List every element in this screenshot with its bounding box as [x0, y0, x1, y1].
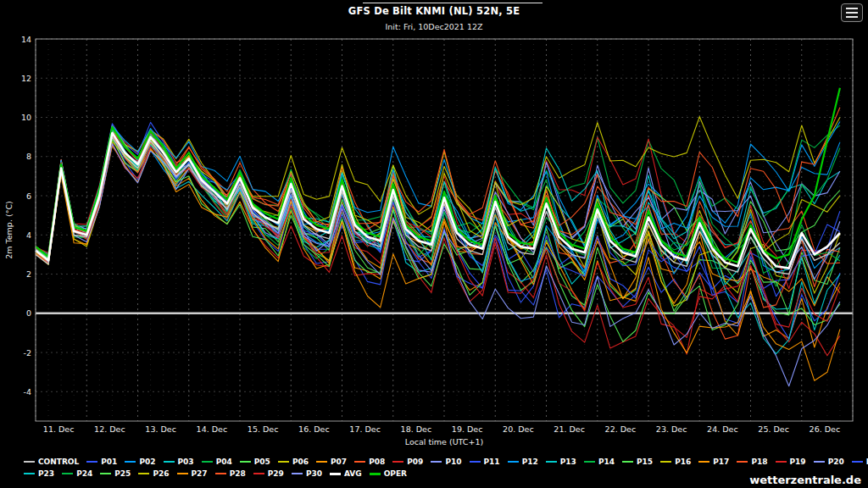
legend-color-swatch [86, 461, 97, 463]
legend-item-P29: P29 [253, 469, 284, 478]
chart-legend: CONTROLP01P02P03P04P05P06P07P08P09P10P11… [0, 456, 868, 480]
legend-item-P24: P24 [62, 469, 92, 478]
legend-color-swatch [392, 461, 403, 463]
legend-color-swatch [354, 461, 365, 463]
legend-item-P02: P02 [125, 458, 155, 466]
axis-labels: 14121086420-2-411. Dec12. Dec13. Dec14. … [4, 35, 840, 447]
legend-color-swatch [660, 461, 671, 463]
legend-label: P11 [484, 458, 500, 466]
legend-label: P14 [598, 458, 615, 466]
x-tick-label: 20. Dec [503, 424, 534, 434]
legend-item-P30: P30 [292, 469, 322, 478]
legend-color-swatch [431, 461, 442, 463]
legend-item-P07: P07 [316, 458, 347, 466]
y-tick-label: 0 [26, 308, 31, 318]
y-tick-label: 10 [21, 113, 31, 122]
legend-item-P21: P21 [852, 458, 868, 466]
y-tick-label: 12 [21, 74, 31, 83]
legend-color-swatch [622, 461, 633, 463]
x-axis-title: Local time (UTC+1) [405, 437, 483, 446]
x-tick-label: 19. Dec [452, 424, 483, 434]
y-tick-label: 8 [26, 152, 31, 161]
ensemble-temperature-chart: 14121086420-2-411. Dec12. Dec13. Dec14. … [0, 0, 868, 451]
legend-item-CONTROL: CONTROL [24, 458, 79, 466]
legend-color-swatch [698, 461, 709, 463]
legend-label: P08 [369, 458, 385, 466]
legend-label: P12 [522, 458, 538, 466]
legend-label: P05 [254, 458, 270, 466]
legend-color-swatch [316, 461, 327, 463]
legend-item-P15: P15 [622, 458, 653, 466]
x-tick-label: 22. Dec [605, 424, 637, 434]
legend-label: P25 [114, 469, 131, 478]
legend-label: P03 [178, 458, 194, 466]
legend-item-P23: P23 [24, 469, 54, 478]
series-lines [36, 88, 840, 386]
legend-item-P03: P03 [164, 458, 194, 466]
legend-label: P20 [828, 458, 844, 466]
legend-label: P15 [637, 458, 653, 466]
legend-color-swatch [240, 461, 251, 463]
legend-color-swatch [177, 473, 188, 474]
x-tick-label: 24. Dec [707, 424, 738, 434]
legend-item-OPER: OPER [370, 469, 407, 478]
legend-item-P18: P18 [737, 458, 767, 466]
legend-color-swatch [508, 461, 519, 463]
legend-label: OPER [384, 469, 407, 478]
legend-color-swatch [138, 473, 149, 474]
legend-color-swatch [852, 461, 863, 463]
legend-color-swatch [370, 473, 381, 475]
legend-item-P10: P10 [431, 458, 461, 466]
legend-color-swatch [278, 461, 289, 463]
x-tick-label: 14. Dec [197, 424, 228, 434]
legend-label: P18 [751, 458, 767, 466]
legend-color-swatch [292, 473, 303, 474]
legend-color-swatch [202, 461, 213, 463]
member-line-P21 [36, 136, 840, 339]
legend-item-P06: P06 [278, 458, 309, 466]
y-tick-label: -4 [24, 387, 31, 396]
x-tick-label: 16. Dec [298, 424, 330, 434]
x-tick-label: 15. Dec [248, 424, 279, 434]
legend-color-swatch [253, 473, 264, 474]
legend-color-swatch [62, 473, 73, 474]
legend-label: AVG [344, 469, 362, 478]
x-tick-label: 21. Dec [554, 424, 585, 434]
legend-item-P28: P28 [215, 469, 246, 478]
legend-color-swatch [814, 461, 825, 463]
legend-color-swatch [330, 473, 341, 475]
legend-color-swatch [470, 461, 481, 463]
legend-label: P29 [268, 469, 284, 478]
legend-item-P14: P14 [584, 458, 615, 466]
legend-item-P27: P27 [177, 469, 208, 478]
legend-color-swatch [164, 461, 175, 463]
legend-label: P27 [192, 469, 208, 478]
y-axis-title: 2m Temp. (°C) [4, 201, 14, 258]
x-tick-label: 18. Dec [401, 424, 432, 434]
watermark: wetterzentrale.de [749, 474, 861, 486]
y-tick-label: 6 [26, 191, 31, 201]
legend-item-P20: P20 [814, 458, 844, 466]
legend-label: P10 [445, 458, 461, 466]
x-tick-label: 23. Dec [656, 424, 687, 434]
legend-item-P25: P25 [100, 469, 131, 478]
legend-label: P13 [560, 458, 576, 466]
legend-color-swatch [24, 473, 35, 474]
legend-item-P04: P04 [202, 458, 232, 466]
x-tick-label: 17. Dec [349, 424, 381, 434]
legend-item-P05: P05 [240, 458, 270, 466]
legend-item-P13: P13 [546, 458, 576, 466]
legend-label: CONTROL [38, 458, 79, 466]
legend-color-swatch [776, 461, 787, 463]
legend-color-swatch [125, 461, 136, 463]
legend-item-P16: P16 [660, 458, 691, 466]
legend-row: P23P24P25P26P27P28P29P30AVGOPER [0, 468, 868, 480]
legend-label: P16 [675, 458, 691, 466]
legend-label: P04 [216, 458, 232, 466]
y-tick-label: 4 [26, 230, 31, 240]
legend-item-P08: P08 [354, 458, 385, 466]
legend-label: P30 [306, 469, 322, 478]
legend-label: P23 [38, 469, 54, 478]
legend-label: P07 [331, 458, 347, 466]
legend-item-P11: P11 [470, 458, 500, 466]
